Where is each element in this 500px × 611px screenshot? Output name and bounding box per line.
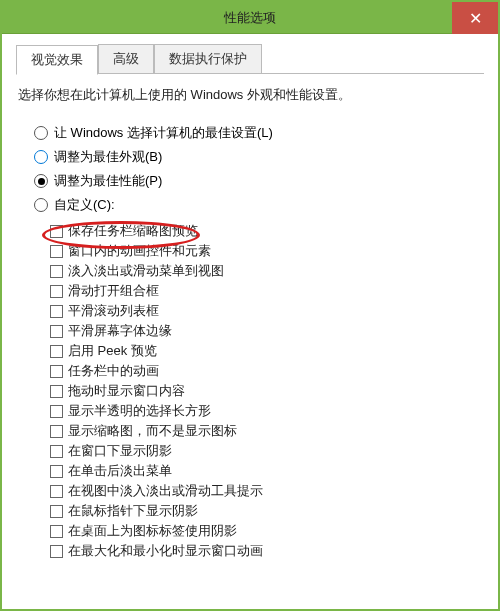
- tab-strip: 视觉效果 高级 数据执行保护: [16, 44, 484, 74]
- radio-icon: [34, 150, 48, 164]
- check-label: 任务栏中的动画: [68, 362, 159, 380]
- content-area: 视觉效果 高级 数据执行保护 选择你想在此计算机上使用的 Windows 外观和…: [2, 34, 498, 609]
- radio-label: 自定义(C):: [54, 196, 115, 214]
- check-item[interactable]: 启用 Peek 预览: [50, 342, 484, 360]
- check-item[interactable]: 平滑屏幕字体边缘: [50, 322, 484, 340]
- tab-advanced[interactable]: 高级: [98, 44, 154, 73]
- check-label: 在视图中淡入淡出或滑动工具提示: [68, 482, 263, 500]
- close-icon: ✕: [469, 9, 482, 28]
- close-button[interactable]: ✕: [452, 2, 498, 34]
- tab-visual-effects[interactable]: 视觉效果: [16, 45, 98, 75]
- checkbox-icon: [50, 385, 63, 398]
- radio-label: 让 Windows 选择计算机的最佳设置(L): [54, 124, 273, 142]
- radio-best-appearance[interactable]: 调整为最佳外观(B): [34, 148, 484, 166]
- check-label: 淡入淡出或滑动菜单到视图: [68, 262, 224, 280]
- check-label: 在单击后淡出菜单: [68, 462, 172, 480]
- check-label: 拖动时显示窗口内容: [68, 382, 185, 400]
- checkbox-icon: [50, 285, 63, 298]
- check-item[interactable]: 在最大化和最小化时显示窗口动画: [50, 542, 484, 560]
- check-item[interactable]: 显示缩略图，而不是显示图标: [50, 422, 484, 440]
- tab-label: 数据执行保护: [169, 51, 247, 66]
- check-label: 平滑滚动列表框: [68, 302, 159, 320]
- radio-label: 调整为最佳外观(B): [54, 148, 162, 166]
- checkbox-icon: [50, 425, 63, 438]
- checkbox-icon: [50, 225, 63, 238]
- check-item[interactable]: 拖动时显示窗口内容: [50, 382, 484, 400]
- checkbox-icon: [50, 325, 63, 338]
- dialog-window: 性能选项 ✕ 视觉效果 高级 数据执行保护 选择你想在此计算机上使用的 Wind…: [0, 0, 500, 611]
- check-label: 滑动打开组合框: [68, 282, 159, 300]
- tab-dep[interactable]: 数据执行保护: [154, 44, 262, 73]
- check-label: 在桌面上为图标标签使用阴影: [68, 522, 237, 540]
- check-item[interactable]: 在单击后淡出菜单: [50, 462, 484, 480]
- radio-label: 调整为最佳性能(P): [54, 172, 162, 190]
- check-item[interactable]: 在视图中淡入淡出或滑动工具提示: [50, 482, 484, 500]
- check-label: 启用 Peek 预览: [68, 342, 157, 360]
- check-item[interactable]: 窗口内的动画控件和元素: [50, 242, 484, 260]
- check-label: 显示半透明的选择长方形: [68, 402, 211, 420]
- check-item[interactable]: 在窗口下显示阴影: [50, 442, 484, 460]
- checkbox-icon: [50, 465, 63, 478]
- tab-label: 视觉效果: [31, 52, 83, 67]
- checkbox-icon: [50, 345, 63, 358]
- checkbox-icon: [50, 525, 63, 538]
- checkbox-icon: [50, 305, 63, 318]
- radio-icon: [34, 198, 48, 212]
- tab-label: 高级: [113, 51, 139, 66]
- description-text: 选择你想在此计算机上使用的 Windows 外观和性能设置。: [18, 86, 482, 104]
- checkbox-icon: [50, 445, 63, 458]
- check-item[interactable]: 保存任务栏缩略图预览: [50, 222, 484, 240]
- checkbox-icon: [50, 505, 63, 518]
- checklist: 保存任务栏缩略图预览 窗口内的动画控件和元素 淡入淡出或滑动菜单到视图 滑动打开…: [50, 222, 484, 560]
- check-label: 在鼠标指针下显示阴影: [68, 502, 198, 520]
- check-label: 平滑屏幕字体边缘: [68, 322, 172, 340]
- check-label: 窗口内的动画控件和元素: [68, 242, 211, 260]
- check-item[interactable]: 任务栏中的动画: [50, 362, 484, 380]
- check-item[interactable]: 平滑滚动列表框: [50, 302, 484, 320]
- check-label: 在最大化和最小化时显示窗口动画: [68, 542, 263, 560]
- window-title: 性能选项: [2, 9, 498, 27]
- radio-group: 让 Windows 选择计算机的最佳设置(L) 调整为最佳外观(B) 调整为最佳…: [34, 124, 484, 214]
- titlebar: 性能选项 ✕: [2, 2, 498, 34]
- checkbox-icon: [50, 245, 63, 258]
- check-item[interactable]: 滑动打开组合框: [50, 282, 484, 300]
- checkbox-icon: [50, 545, 63, 558]
- radio-best-performance[interactable]: 调整为最佳性能(P): [34, 172, 484, 190]
- check-label: 保存任务栏缩略图预览: [68, 222, 198, 240]
- check-item[interactable]: 在鼠标指针下显示阴影: [50, 502, 484, 520]
- check-label: 显示缩略图，而不是显示图标: [68, 422, 237, 440]
- check-item[interactable]: 在桌面上为图标标签使用阴影: [50, 522, 484, 540]
- radio-icon: [34, 126, 48, 140]
- checkbox-icon: [50, 265, 63, 278]
- checkbox-icon: [50, 485, 63, 498]
- radio-let-windows-choose[interactable]: 让 Windows 选择计算机的最佳设置(L): [34, 124, 484, 142]
- radio-custom[interactable]: 自定义(C):: [34, 196, 484, 214]
- check-item[interactable]: 显示半透明的选择长方形: [50, 402, 484, 420]
- check-item[interactable]: 淡入淡出或滑动菜单到视图: [50, 262, 484, 280]
- checkbox-icon: [50, 365, 63, 378]
- checkbox-icon: [50, 405, 63, 418]
- check-label: 在窗口下显示阴影: [68, 442, 172, 460]
- radio-icon: [34, 174, 48, 188]
